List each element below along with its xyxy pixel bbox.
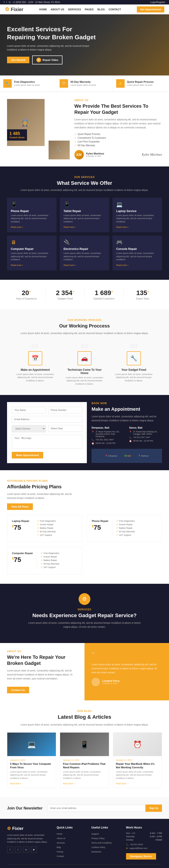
footer-col-quick: Quick Links Home About Us Services Blog …: [57, 826, 87, 860]
service-link-6[interactable]: Read more »: [116, 264, 128, 267]
footer-link-terms[interactable]: Terms and Conditions: [91, 842, 112, 844]
form-date-input[interactable]: [48, 425, 82, 432]
social-in[interactable]: in: [9, 1, 11, 3]
nav-about[interactable]: About Us: [51, 8, 64, 11]
form-submit-btn[interactable]: Make Appointment: [12, 452, 43, 459]
footer-link-home[interactable]: Home: [57, 833, 62, 835]
form-name-input[interactable]: [12, 407, 46, 413]
footer-link-contact[interactable]: Contact: [57, 855, 64, 858]
services-desc: Lorem ipsum dolor sit amet, consectetur …: [7, 188, 162, 192]
map-label-1: 📍 Denpasar: [105, 455, 117, 457]
footer-link-support[interactable]: Support: [91, 833, 99, 835]
service-link-3[interactable]: Read more »: [116, 226, 128, 228]
stat-label-3: Satisfied Customers: [87, 298, 121, 300]
cta-label: Services: [7, 608, 162, 611]
footer-link-disclaimer[interactable]: Disclaimer: [91, 850, 101, 853]
footer-link-privacy[interactable]: Privacy Policy: [91, 837, 104, 840]
blog-section: Our Blog Latest Blog & Articles Lorem ip…: [0, 701, 169, 798]
top-bar-right: Login/Register: [150, 1, 165, 3]
nav-pages[interactable]: Pages: [85, 8, 94, 11]
service-link-1[interactable]: Read more »: [11, 226, 23, 228]
footer-emergency-btn[interactable]: Emergency Service: [126, 853, 156, 860]
hero-desc: Lorem ipsum dolor sit amet, consectetur …: [7, 44, 96, 52]
stat-clients-label: Trusted Clients: [9, 136, 25, 139]
process-label: Our Working Process: [7, 319, 162, 321]
service-link-5[interactable]: Read more »: [64, 264, 76, 267]
blog-link-3[interactable]: Read More →: [116, 782, 129, 785]
process-steps: 01 📅 Make an Appointment Lorem ipsum dol…: [7, 342, 162, 386]
newsletter-email-input[interactable]: [47, 805, 145, 812]
footer-phone-icon: 📞: [126, 843, 129, 846]
stat-number-4: 135+: [126, 289, 160, 297]
footer-link-about[interactable]: About Us: [57, 837, 65, 840]
footer-link-pricing[interactable]: Pricing: [57, 850, 63, 853]
nav-home[interactable]: Home: [39, 8, 47, 11]
author-signature: Kylee Martinez: [142, 153, 162, 157]
blog-label: Our Blog: [7, 710, 162, 712]
footer-link-blog[interactable]: Blog: [57, 846, 61, 848]
newsletter-submit-btn[interactable]: Sign Up: [145, 805, 162, 812]
author-avatar: KM: [74, 150, 84, 159]
footer-social-yt[interactable]: ▶: [31, 847, 37, 853]
pricing-feat-1: Free Diagnostics: [37, 520, 56, 522]
pricing-comp-feat-3: Battery Repair: [41, 559, 59, 561]
pricing-title-phone: Phone Repair: [92, 520, 108, 522]
blog-link-1[interactable]: Read More →: [10, 782, 23, 785]
footer: ⚙ Fixier Lorem ipsum dolor sit amet, con…: [0, 819, 169, 868]
hero-buttons: Get Started ▶ Repair Video: [7, 56, 96, 64]
feature-icon-1: 🔧: [3, 79, 12, 88]
hero-start-btn[interactable]: Get Started: [7, 57, 29, 63]
service-link-2[interactable]: Read more »: [64, 226, 76, 228]
footer-logo: ⚙ Fixier: [7, 826, 52, 831]
footer-social-fb[interactable]: f: [7, 847, 13, 853]
service-link-4[interactable]: Read more »: [11, 264, 23, 267]
footer-social-tw[interactable]: t: [15, 847, 21, 853]
form-phone-input[interactable]: [48, 407, 82, 413]
process-icon-2: 🚗: [77, 351, 92, 365]
footer-phone: 📞 +62 811 5678: [126, 843, 162, 846]
form-email-input[interactable]: [12, 416, 82, 423]
pricing-view-all-btn[interactable]: View All Plans: [7, 503, 33, 510]
here-desc: Lorem ipsum dolor sit amet, consectetur …: [7, 669, 77, 681]
login-link[interactable]: Login/Register: [150, 1, 165, 3]
footer-col-brand: ⚙ Fixier Lorem ipsum dolor sit amet, con…: [7, 826, 52, 860]
location-1-name: Denpasar, Bali: [92, 426, 125, 429]
location-1-hours: ⏰ 09:00 AM - 22:00 PM: [92, 442, 125, 444]
form-message-textarea[interactable]: [12, 435, 82, 449]
appointment-btn[interactable]: Get Appointment: [137, 6, 164, 12]
appointment-section: Select Service Phone Repair Laptop Servi…: [0, 395, 169, 470]
here-contact-btn[interactable]: Contact Us: [7, 687, 29, 693]
feature-text-2: 60 Day Warranty Lorem ipsum dolor sit am…: [70, 81, 96, 87]
top-bar-left: f t in +1 (843) 555 - 1234 12 Meri Stree…: [4, 1, 60, 3]
service-desc-5: Lorem ipsum dolor sit amet, consectetur …: [64, 252, 106, 261]
about-section: 🧑‍🔧 🔧 1 485 Trusted Clients About Us We …: [0, 92, 169, 166]
footer-link-cookies[interactable]: Cookies Policy: [91, 846, 105, 848]
social-tw[interactable]: t: [6, 1, 7, 3]
blog-link-2[interactable]: Read More →: [63, 782, 76, 785]
pricing-desc: Lorem ipsum dolor sit amet, consectetur …: [7, 492, 77, 500]
form-row-1: [12, 407, 82, 416]
pricing-section: Affordable Pricing Plans Affordable Pric…: [0, 470, 169, 584]
blog-desc-3: Lorem ipsum dolor sit amet, consectetur …: [116, 770, 159, 780]
map-placeholder: 📍 Denpasar 🌿 Bali 📍 Matmax: [92, 449, 162, 463]
cta-section: ⚙ Services Needs Experience Gadget Repai…: [0, 584, 169, 643]
form-message-group: [12, 435, 82, 450]
blog-date-3: January 14, 2022: [116, 759, 159, 761]
process-title: Our Working Proccess: [7, 323, 162, 329]
footer-social-in[interactable]: in: [23, 847, 29, 853]
phone-icon-2: 📞: [129, 436, 132, 439]
services-section: Our Services What Service We Offer Lorem…: [0, 166, 169, 280]
service-desc-6: Lorem ipsum dolor sit amet, consectetur …: [116, 252, 158, 261]
footer-logo-icon: ⚙: [7, 826, 11, 831]
social-fb[interactable]: f: [4, 1, 4, 3]
nav-contact[interactable]: Contact: [108, 8, 121, 11]
hero-video-btn[interactable]: ▶ Repair Video: [32, 56, 62, 64]
footer-bottom: © 2022 Fixier. All Rights Reserved.: [7, 864, 162, 868]
nav-blog[interactable]: Blog: [97, 8, 105, 11]
nav-services[interactable]: Services: [68, 8, 81, 11]
form-service-select[interactable]: Select Service Phone Repair Laptop Servi…: [12, 425, 46, 432]
header: ⚙ Fixier Home About Us Services Pages Bl…: [0, 4, 169, 14]
phone-icon-1: 📞: [92, 439, 94, 441]
clock-icon-2: ⏰: [129, 440, 132, 442]
footer-link-services[interactable]: Services: [57, 842, 65, 844]
